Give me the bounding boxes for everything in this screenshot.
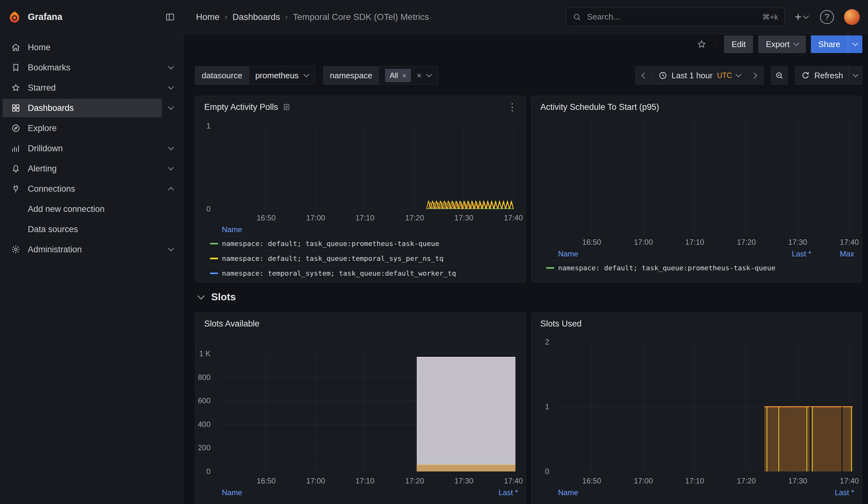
legend-series-name[interactable]: namespace: default; task_queue:prometheu…	[558, 264, 776, 272]
x-tick-label: 17:40	[840, 476, 859, 485]
legend-column-header[interactable]: Max	[826, 249, 854, 258]
sidebar-item-label: Starred	[28, 83, 56, 93]
sidebar-item-add-new-connection[interactable]: Add new connection	[2, 200, 179, 218]
legend-series-name[interactable]: namespace: temporal_system; task_queue:d…	[222, 269, 456, 277]
legend-item: namespace: default; task_queue:temporal_…	[210, 251, 518, 266]
panel-legend: NameLast *	[546, 486, 854, 504]
sidebar-item-dashboards[interactable]: Dashboards	[2, 99, 162, 117]
chart-plot[interactable]	[219, 126, 515, 209]
section-title[interactable]: Slots	[211, 291, 236, 303]
sidebar-row: Drilldown	[0, 138, 183, 158]
sidebar-item-label: Home	[28, 43, 51, 52]
breadcrumb-dashboards[interactable]: Dashboards	[232, 12, 280, 22]
legend-item: namespace: temporal_system; task_queue:d…	[210, 266, 518, 280]
panel-legend: NameLast *	[210, 486, 518, 504]
time-controls: Last 1 hour UTC	[636, 66, 862, 85]
chevron-down-icon	[793, 40, 799, 46]
y-tick-label: 0	[206, 205, 210, 214]
share-button[interactable]: Share	[811, 35, 848, 53]
legend-series-name[interactable]: namespace: default; task_queue:prometheu…	[222, 240, 440, 248]
legend-header: NameLast *Max	[546, 248, 854, 260]
legend-column-header[interactable]: Last *	[826, 488, 854, 497]
x-tick-label: 17:10	[355, 476, 374, 485]
home-icon	[11, 42, 21, 52]
legend-name-header[interactable]: Name	[546, 488, 578, 497]
legend-columns: Last *	[826, 488, 854, 497]
dock-sidebar-icon[interactable]	[163, 10, 177, 24]
sidebar-bookmarks-chevron[interactable]	[162, 59, 179, 76]
sidebar-item-starred[interactable]: Starred	[2, 79, 162, 97]
help-button[interactable]: ?	[818, 8, 836, 26]
export-button[interactable]: Export	[758, 35, 806, 53]
description-icon[interactable]	[282, 103, 291, 111]
legend-name-header[interactable]: Name	[210, 225, 242, 234]
legend-column-header[interactable]: Last *	[489, 488, 518, 497]
sidebar-item-alerting[interactable]: Alerting	[2, 160, 162, 178]
panel-slots-available: Slots Available 1 K8006004002000 16:5017…	[195, 312, 526, 504]
x-tick-label: 16:50	[257, 214, 276, 222]
sidebar-item-data-sources[interactable]: Data sources	[2, 220, 179, 238]
y-tick-label: 400	[198, 420, 210, 429]
x-tick-label: 17:20	[405, 476, 424, 485]
apps-icon	[11, 103, 21, 113]
refresh-button[interactable]: Refresh	[795, 66, 849, 85]
edit-button[interactable]: Edit	[724, 35, 753, 53]
legend-name-header[interactable]: Name	[210, 488, 242, 497]
chart-plot[interactable]	[219, 354, 515, 472]
namespace-pill[interactable]: All ×	[385, 69, 411, 82]
panel-menu-icon[interactable]: ⋮	[505, 102, 519, 112]
time-range-label: Last 1 hour	[672, 71, 713, 81]
collapse-section-button[interactable]	[197, 295, 206, 299]
remove-tag-icon[interactable]: ×	[402, 71, 406, 80]
sidebar-item-administration[interactable]: Administration	[2, 240, 162, 259]
panel-title[interactable]: Slots Available	[204, 319, 259, 329]
search-shortcut: ⌘+k	[762, 13, 778, 21]
sidebar-item-explore[interactable]: Explore	[2, 119, 179, 137]
add-button[interactable]: +	[793, 10, 810, 25]
variable-datasource: datasource prometheus	[195, 66, 315, 85]
time-forward-button[interactable]	[747, 66, 764, 85]
share-split-button: Share	[811, 35, 862, 53]
sidebar-administration-chevron[interactable]	[162, 240, 179, 258]
sidebar-item-home[interactable]: Home	[2, 38, 179, 56]
section-slots: Slots	[197, 289, 236, 305]
search-box[interactable]: ⌘+k	[566, 8, 785, 27]
share-menu-button[interactable]	[848, 35, 862, 53]
sidebar-connections-chevron[interactable]	[162, 180, 179, 198]
panel-title[interactable]: Empty Activity Polls	[204, 102, 278, 112]
panel-title[interactable]: Activity Schedule To Start (p95)	[540, 102, 659, 112]
sidebar-drilldown-chevron[interactable]	[162, 140, 179, 157]
legend-name-header[interactable]: Name	[546, 249, 578, 258]
clear-selection-icon[interactable]: ×	[417, 71, 421, 80]
avatar[interactable]	[844, 9, 860, 25]
sidebar-alerting-chevron[interactable]	[162, 160, 179, 177]
legend-series-name[interactable]: namespace: default; task_queue:temporal_…	[222, 255, 443, 263]
grafana-logo[interactable]	[8, 11, 21, 23]
chart-plot[interactable]	[558, 342, 853, 472]
toolbar-divider	[716, 39, 716, 50]
x-tick-label: 17:30	[788, 238, 807, 247]
datasource-select[interactable]: prometheus	[249, 66, 315, 84]
sidebar-starred-chevron[interactable]	[162, 79, 179, 96]
time-back-button[interactable]	[636, 66, 652, 85]
time-range-button[interactable]: Last 1 hour UTC	[652, 66, 746, 85]
panel-title[interactable]: Slots Used	[540, 319, 582, 329]
sidebar-item-connections[interactable]: Connections	[2, 180, 162, 198]
x-tick-label: 17:30	[788, 476, 807, 485]
zoom-out-button[interactable]	[771, 66, 787, 85]
timezone-label: UTC	[717, 71, 732, 80]
sidebar-item-drilldown[interactable]: Drilldown	[2, 139, 162, 157]
refresh-interval-button[interactable]	[849, 66, 862, 85]
breadcrumb-home[interactable]: Home	[196, 12, 220, 22]
sidebar-item-bookmarks[interactable]: Bookmarks	[2, 59, 162, 77]
star-dashboard-button[interactable]	[695, 37, 709, 51]
sidebar-dashboards-chevron[interactable]	[162, 99, 179, 117]
chevron-left-icon	[641, 73, 647, 78]
search-input[interactable]	[587, 12, 757, 22]
x-tick-label: 17:30	[455, 214, 474, 222]
chart-plot[interactable]	[558, 118, 853, 236]
legend-column-header[interactable]: Last *	[783, 249, 811, 258]
namespace-select[interactable]: All × ×	[379, 66, 437, 84]
sidebar-row: Home	[0, 37, 183, 58]
bell-icon	[11, 164, 21, 174]
